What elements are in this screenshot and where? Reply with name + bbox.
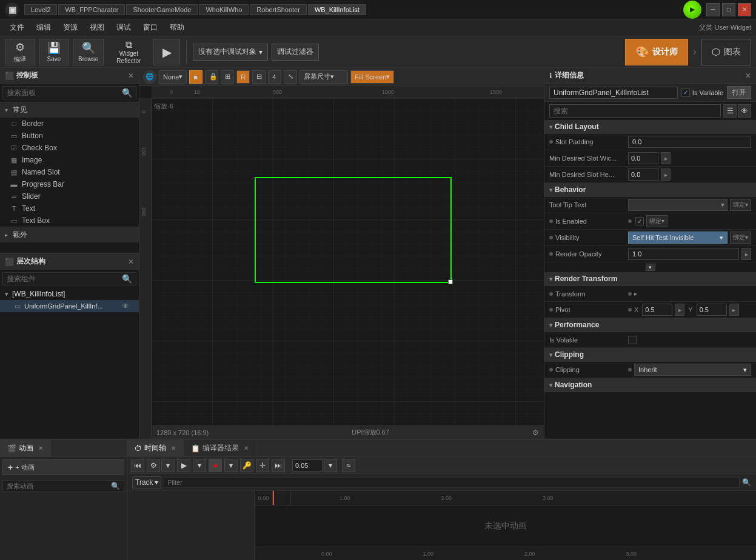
- tab-wb-killinfolist[interactable]: WB_KillInfoList: [308, 4, 366, 15]
- tl-prev-key-btn[interactable]: ⏮: [131, 459, 144, 472]
- details-close[interactable]: ✕: [745, 72, 751, 80]
- tooltip-bind-btn[interactable]: 绑定▾: [730, 199, 751, 211]
- screen-size-dropdown[interactable]: 屏幕尺寸 ▾: [299, 70, 348, 84]
- widget-item-button[interactable]: ▭ Button: [0, 130, 139, 142]
- is-enabled-checkbox[interactable]: ✓: [635, 217, 644, 225]
- expand-arrow-btn[interactable]: ▾: [646, 264, 655, 271]
- hierarchy-search-input[interactable]: [7, 275, 122, 283]
- track-dropdown[interactable]: Track ▾: [132, 476, 161, 488]
- details-list-view-btn[interactable]: ☰: [723, 104, 737, 118]
- widget-item-namedslot[interactable]: ▤ Named Slot: [0, 166, 139, 178]
- settings-gear-icon[interactable]: ⚙: [532, 428, 539, 437]
- prop-slot-padding-value[interactable]: [628, 136, 751, 148]
- widget-item-image[interactable]: ▦ Image: [0, 154, 139, 166]
- hierarchy-child-item[interactable]: ▭ UniformGridPanel_KillInf... 👁: [0, 300, 139, 312]
- min-slot-height-up-btn[interactable]: ▸: [661, 168, 671, 181]
- tab-whokiliwho[interactable]: WhoKillWho: [199, 4, 249, 15]
- compiler-tab-close[interactable]: ✕: [244, 445, 249, 452]
- details-eye-btn[interactable]: 👁: [738, 104, 751, 118]
- menu-file[interactable]: 文件: [5, 21, 29, 34]
- is-enabled-bind-btn[interactable]: 绑定▾: [646, 215, 667, 227]
- pivot-y-btn[interactable]: ▸: [729, 304, 739, 316]
- details-search-input[interactable]: [549, 104, 721, 118]
- tl-play-btn[interactable]: ▶: [177, 459, 190, 472]
- graph-button[interactable]: ⬡ 图表: [701, 39, 751, 65]
- tab-animation[interactable]: 🎬 动画 ✕: [0, 440, 51, 456]
- tl-time-dropdown-btn[interactable]: ▾: [324, 459, 337, 472]
- controls-panel-close[interactable]: ✕: [128, 72, 134, 80]
- controls-search-input[interactable]: [7, 88, 122, 97]
- minimize-button[interactable]: ─: [706, 3, 720, 16]
- close-button[interactable]: ✕: [738, 3, 751, 16]
- widget-item-progressbar[interactable]: ▬ Progress Bar: [0, 178, 139, 190]
- maximize-button[interactable]: □: [722, 3, 735, 16]
- tl-next-key-btn[interactable]: ⏭: [272, 459, 285, 472]
- tl-record-dropdown-btn[interactable]: ▾: [224, 459, 238, 472]
- browse-button[interactable]: 🔍 Browse: [73, 39, 104, 65]
- debug-filter-dropdown[interactable]: 调试过滤器: [272, 44, 319, 61]
- render-opacity-input[interactable]: [628, 248, 739, 260]
- debug-object-dropdown[interactable]: 没有选中调试对象 ▾: [193, 44, 268, 61]
- pivot-x-input[interactable]: [642, 304, 672, 316]
- opacity-up-btn[interactable]: ▸: [741, 248, 751, 260]
- compile-button[interactable]: ⚙ 编译: [5, 39, 35, 65]
- tl-keys-btn[interactable]: 🔑: [240, 459, 253, 472]
- widget-item-border[interactable]: □ Border: [0, 118, 139, 130]
- menu-debug[interactable]: 调试: [112, 21, 136, 34]
- widget-item-slider[interactable]: ═ Slider: [0, 190, 139, 202]
- designer-button[interactable]: 🎨 设计师: [625, 39, 688, 65]
- tooltip-dropdown[interactable]: ▾: [628, 199, 728, 211]
- visibility-dropdown[interactable]: Self Hit Test Invisible ▾: [628, 232, 728, 244]
- hierarchy-root-item[interactable]: ▾ [WB_KillInfoList]: [0, 288, 139, 300]
- section-performance[interactable]: ▾ Performance: [544, 318, 756, 332]
- tab-level2[interactable]: Level2: [24, 4, 57, 15]
- animation-tab-close[interactable]: ✕: [38, 445, 43, 452]
- filter-input[interactable]: [164, 477, 740, 488]
- color-btn-orange[interactable]: ■: [189, 70, 202, 84]
- menu-edit[interactable]: 编辑: [32, 21, 56, 34]
- tl-dropdown-btn[interactable]: ▾: [161, 459, 175, 472]
- pivot-y-input[interactable]: [697, 304, 727, 316]
- tab-wb-fppcharater[interactable]: WB_FPPCharater: [58, 4, 125, 15]
- hierarchy-panel-close[interactable]: ✕: [128, 258, 134, 266]
- pivot-x-btn[interactable]: ▸: [675, 304, 684, 316]
- is-variable-checkbox[interactable]: ✓: [681, 88, 690, 97]
- widget-name-input[interactable]: [549, 87, 678, 99]
- tl-move-btn[interactable]: ✛: [256, 459, 269, 472]
- slot-padding-input[interactable]: [628, 136, 751, 148]
- globe-btn[interactable]: 🌐: [143, 70, 156, 84]
- play-button[interactable]: ▶: [153, 39, 180, 65]
- section-child-layout[interactable]: ▾ Child Layout: [544, 120, 756, 134]
- tl-play-dropdown-btn[interactable]: ▾: [193, 459, 206, 472]
- ruler-btn[interactable]: ⊟: [252, 70, 266, 84]
- section-behavior[interactable]: ▾ Behavior: [544, 183, 756, 197]
- tab-compiler-output[interactable]: 📋 编译器结果 ✕: [184, 440, 256, 456]
- fill-screen-btn[interactable]: Fill Screen ▾: [350, 70, 394, 84]
- fit-btn[interactable]: ⤡: [284, 70, 297, 84]
- menu-assets[interactable]: 资源: [58, 21, 82, 34]
- visibility-bind-btn[interactable]: 绑定▾: [730, 232, 751, 244]
- menu-view[interactable]: 视图: [85, 21, 109, 34]
- tl-record-btn[interactable]: ●: [209, 459, 222, 472]
- min-slot-width-up-btn[interactable]: ▸: [661, 152, 671, 164]
- section-clipping[interactable]: ▾ Clipping: [544, 348, 756, 362]
- r-btn[interactable]: R: [236, 70, 250, 84]
- resize-handle[interactable]: [448, 279, 453, 284]
- tl-curve-btn[interactable]: ≈: [342, 459, 355, 472]
- widget-item-checkbox[interactable]: ☑ Check Box: [0, 142, 139, 154]
- lock-btn[interactable]: 🔒: [205, 70, 218, 84]
- add-animation-button[interactable]: + + 动画: [2, 459, 124, 475]
- tab-timeline[interactable]: ⏱ 时间轴 ✕: [127, 440, 184, 456]
- zoom-level-btn[interactable]: 4: [268, 70, 281, 84]
- grid-btn[interactable]: ⊞: [221, 70, 234, 84]
- clipping-dropdown[interactable]: Inherit ▾: [634, 364, 751, 376]
- animation-search-input[interactable]: [7, 482, 111, 490]
- widget-item-text[interactable]: T Text: [0, 202, 139, 215]
- widget-reflector-button[interactable]: ⧉ Widget Reflector: [107, 39, 150, 65]
- min-slot-height-input[interactable]: [628, 168, 658, 181]
- section-extra[interactable]: ▸ 额外: [0, 227, 139, 242]
- none-dropdown[interactable]: None ▾: [159, 70, 187, 84]
- tab-robertshooter[interactable]: RobertShooter: [250, 4, 307, 15]
- selected-widget-border[interactable]: [255, 177, 452, 283]
- timeline-tab-close[interactable]: ✕: [171, 445, 176, 452]
